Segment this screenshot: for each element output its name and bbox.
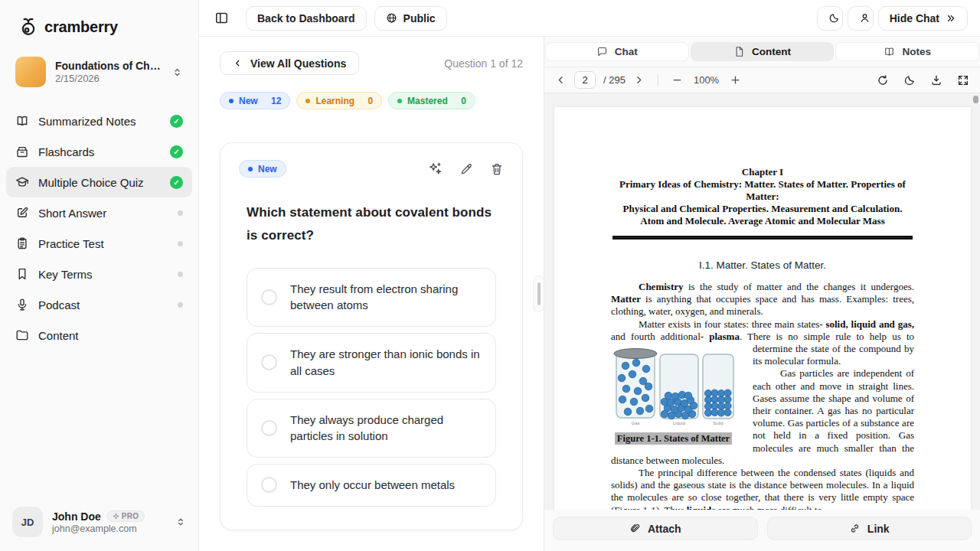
hide-chat-button[interactable]: Hide Chat (878, 6, 968, 31)
filter-badge-learning[interactable]: Learning 0 (296, 92, 382, 109)
user-email: john@example.com (52, 523, 166, 534)
sidebar-item-label: Content (38, 329, 79, 342)
sidebar-item-practice-test[interactable]: Practice Test (6, 228, 192, 259)
pdf-paragraph: Matter exists in four states: three main… (611, 318, 914, 368)
answer-option-2[interactable]: They are stronger than ionic bonds in al… (247, 333, 496, 393)
toolbar-divider (658, 74, 658, 86)
pro-badge: PRO (106, 510, 145, 522)
public-button[interactable]: Public (374, 6, 447, 31)
answer-option-4[interactable]: They only occur between metals (247, 464, 496, 507)
card-box-icon (15, 145, 29, 158)
ai-sparkles-icon[interactable] (428, 161, 443, 176)
link-icon (849, 523, 861, 534)
panel-tabs: Chat Content Notes (544, 37, 980, 67)
pdf-paragraph: Chemistry is the study of matter and the… (611, 281, 914, 318)
sidebar-item-content[interactable]: Content (6, 320, 192, 350)
pdf-subtitle: Atom and Molecule. Average Atomic and Mo… (611, 215, 914, 227)
answer-options: They result from electron sharing betwee… (247, 268, 496, 507)
chevron-up-down-icon (175, 517, 186, 527)
sidebar-item-label: Short Answer (38, 207, 106, 220)
previous-page-icon[interactable] (555, 74, 567, 86)
view-all-questions-button[interactable]: View All Questions (220, 51, 359, 75)
sidebar-item-label: Practice Test (38, 237, 104, 250)
open-book-icon (15, 114, 29, 128)
sidebar-item-label: Key Terms (38, 268, 93, 281)
sparkle-icon (113, 513, 119, 520)
paperclip-icon (629, 523, 641, 534)
sidebar-item-podcast[interactable]: Podcast (6, 289, 192, 320)
pdf-divider-rule (612, 236, 913, 240)
chevrons-right-icon (946, 13, 956, 24)
pdf-viewer[interactable]: Chapter I Primary Ideas of Chemistry: Ma… (544, 93, 980, 510)
radio-icon[interactable] (261, 289, 277, 305)
sidebar-item-label: Flashcards (38, 145, 94, 158)
pending-dot-icon (178, 272, 183, 277)
quiz-panel: View All Questions Question 1 of 12 New … (199, 37, 544, 551)
graduation-cap-icon (15, 175, 29, 189)
new-dot-icon (248, 167, 253, 171)
microphone-icon (15, 298, 29, 311)
chevron-up-down-icon (172, 67, 183, 78)
pending-dot-icon (178, 302, 183, 308)
fullscreen-icon[interactable] (957, 74, 969, 86)
tab-notes[interactable]: Notes (835, 42, 979, 61)
sidebar-toggle-button[interactable] (211, 8, 232, 28)
answer-option-3[interactable]: They always produce charged particles in… (247, 399, 496, 458)
notes-book-icon (884, 46, 895, 57)
topbar: Back to Dashboard Public Hide Chat (199, 0, 980, 37)
filter-badge-new[interactable]: New 12 (220, 92, 290, 109)
filter-badge-mastered[interactable]: Mastered 0 (388, 92, 475, 109)
page-number-input[interactable] (574, 71, 596, 89)
zoom-level: 100% (694, 74, 719, 86)
figure-label-liquid: Liquid (673, 421, 685, 425)
back-to-dashboard-button[interactable]: Back to Dashboard (246, 6, 367, 31)
pdf-chapter-title: Chapter I (611, 166, 914, 178)
zoom-out-icon[interactable] (671, 74, 683, 86)
learning-dot-icon (305, 99, 310, 103)
sidebar-item-key-terms[interactable]: Key Terms (6, 259, 192, 289)
radio-icon[interactable] (261, 477, 277, 493)
answer-option-1[interactable]: They result from electron sharing betwee… (247, 268, 496, 328)
trash-icon[interactable] (490, 162, 504, 176)
pdf-scrollbar-thumb[interactable] (973, 96, 978, 103)
edit-pencil-icon[interactable] (459, 162, 473, 176)
sidebar-item-multiple-choice-quiz[interactable]: Multiple Choice Quiz (6, 167, 192, 197)
panel-resize-handle[interactable] (533, 276, 544, 312)
page-total: / 295 (603, 74, 626, 86)
sidebar-item-label: Podcast (38, 298, 80, 311)
user-menu[interactable]: JD John Doe PRO john@example.com (0, 494, 198, 551)
dark-mode-button[interactable] (817, 6, 843, 31)
sidebar-nav: Summarized Notes Flashcards Multiple Cho… (0, 106, 198, 350)
link-button[interactable]: Link (767, 517, 972, 540)
bookmark-icon (15, 267, 29, 281)
new-dot-icon (229, 99, 234, 103)
radio-icon[interactable] (261, 354, 277, 370)
mastered-dot-icon (397, 99, 402, 103)
course-selector[interactable]: Foundations of Che… 2/15/2026 (12, 54, 186, 90)
account-button[interactable] (848, 6, 874, 31)
pdf-section-heading: I.1. Matter. States of Matter. (611, 259, 914, 271)
tab-content[interactable]: Content (691, 42, 835, 61)
chevron-left-icon (233, 58, 243, 68)
attach-button[interactable]: Attach (553, 517, 758, 540)
pdf-toolbar: / 295 100% (544, 67, 980, 93)
pdf-page: Chapter I Primary Ideas of Chemistry: Ma… (554, 107, 971, 510)
refresh-icon[interactable] (877, 74, 889, 86)
moon-icon[interactable] (903, 74, 916, 86)
tab-chat[interactable]: Chat (545, 42, 689, 61)
download-icon[interactable] (930, 74, 942, 86)
sidebar-item-flashcards[interactable]: Flashcards (6, 136, 192, 167)
sidebar: cramberry Foundations of Che… 2/15/2026 … (0, 0, 199, 551)
next-page-icon[interactable] (633, 74, 645, 86)
pencil-square-icon (15, 206, 29, 220)
figure-label-gas: Gas (631, 421, 639, 425)
states-of-matter-figure: Gas Liquid Solid Figure 1-1. States of M… (611, 347, 736, 445)
sidebar-item-short-answer[interactable]: Short Answer (6, 197, 192, 228)
sidebar-item-summarized-notes[interactable]: Summarized Notes (6, 106, 192, 136)
radio-icon[interactable] (261, 420, 277, 436)
beakers-figure-image: Gas Liquid Solid (611, 347, 736, 428)
zoom-in-icon[interactable] (730, 74, 741, 86)
cranberry-logo-icon (18, 17, 38, 37)
globe-icon (386, 12, 397, 24)
pending-dot-icon (178, 210, 183, 216)
